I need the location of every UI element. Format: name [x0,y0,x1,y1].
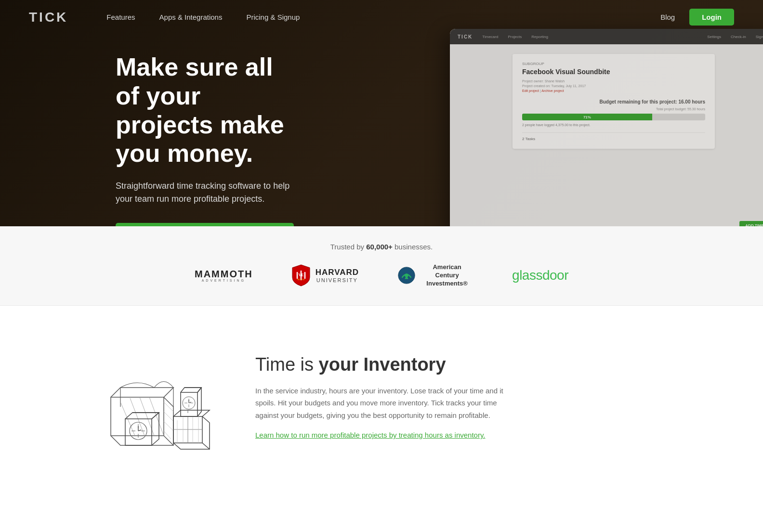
laptop-nav-projects: Projects [508,35,522,39]
navbar: TICK Features Apps & Integrations Pricin… [0,0,763,34]
laptop-nav-signout: Sign out [756,35,763,39]
laptop-budget-sub: Total project budget: 55.30 hours [522,107,705,111]
laptop-add-time-btn[interactable]: ADD TIME [739,221,763,226]
laptop-progress-fill: 71% [522,114,652,120]
harvard-shield-icon: VE RI TAS [291,264,311,287]
svg-line-8 [164,402,173,412]
trusted-section: Trusted by 60,000+ businesses. MAMMOTH A… [0,226,763,306]
hero-cta-button[interactable]: Give Tick a try - it's free for 30 days [116,223,294,226]
svg-point-3 [405,274,408,278]
nav-blog[interactable]: Blog [660,13,675,21]
logo-mammoth: MAMMOTH ADVERTISING [195,269,253,282]
hero-headline: Make sure all of your projects make you … [116,53,299,168]
inventory-body: In the service industry, hours are your … [255,385,506,422]
svg-line-9 [164,412,173,421]
inventory-section: Time is your Inventory In the service in… [0,306,763,489]
aci-text: American Century Investments® [421,263,474,288]
laptop-owner: Project owner: Shane Walsh [522,79,705,83]
boxes-illustration [96,344,217,450]
laptop-people: 2 people have logged 4,375.00 to this pr… [522,123,705,127]
svg-text:RI  TAS: RI TAS [297,278,304,281]
laptop-tasks: 2 Tasks [522,132,705,141]
nav-apps[interactable]: Apps & Integrations [159,13,223,21]
laptop-nav-reporting: Reporting [531,35,548,39]
inventory-illustration [96,344,217,450]
laptop-nav-checkin: Check-in [731,35,746,39]
svg-line-11 [164,431,171,439]
laptop-links: Edit project | Archive project [522,89,705,92]
laptop-logo: TICK [458,34,473,39]
logo-aci: American Century Investments® [397,263,474,288]
login-button[interactable]: Login [689,9,734,26]
hero-laptop-mockup: TICK Timecard Projects Reporting Setting… [450,29,763,226]
svg-text:VE: VE [298,273,303,277]
nav-features[interactable]: Features [106,13,135,21]
nav-pricing[interactable]: Pricing & Signup [246,13,300,21]
laptop-budget-label: Budget remaining for this project: 16.00… [522,99,705,104]
hero-subtitle: Straightforward time tracking software t… [116,180,299,206]
laptop-created: Project created on: Tuesday, July 11, 20… [522,84,705,88]
aci-icon [397,266,416,285]
laptop-project-title: Facebook Visual Soundbite [522,68,705,76]
logo[interactable]: TICK [29,10,68,25]
laptop-nav-time: Timecard [482,35,498,39]
svg-line-10 [164,421,173,431]
inventory-learn-link[interactable]: Learn how to run more profitable project… [255,431,485,439]
logo-harvard: VE RI TAS HARVARD UNIVERSITY [291,264,359,287]
trusted-text: Trusted by 60,000+ businesses. [0,243,763,251]
logo-glassdoor: glassdoor [512,268,568,283]
svg-line-25 [138,430,141,431]
inventory-headline: Time is your Inventory [255,354,506,375]
laptop-subgroup: Subgroup [522,62,705,66]
inventory-text-block: Time is your Inventory In the service in… [255,354,506,440]
laptop-nav-settings: Settings [707,35,721,39]
